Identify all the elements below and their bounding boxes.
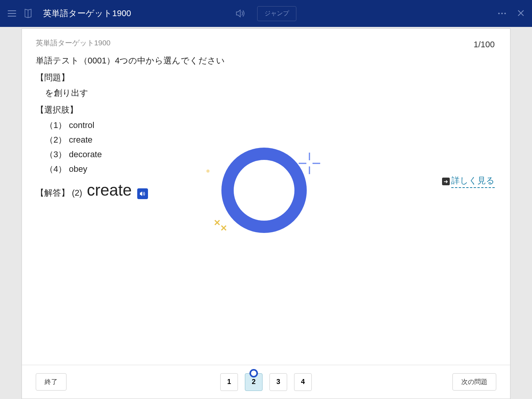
choice-item: （3） decorate: [45, 149, 496, 160]
hamburger-menu-icon[interactable]: [8, 10, 16, 17]
header-center: ジャンプ: [236, 6, 296, 21]
app-title: 英単語ターゲット1900: [43, 8, 131, 19]
question-label: 【問題】: [36, 72, 496, 83]
breadcrumb: 英単語ターゲット1900: [36, 38, 496, 48]
choices-label: 【選択肢】: [36, 104, 496, 116]
more-options-icon[interactable]: [498, 13, 506, 14]
answer-word: create: [87, 181, 132, 200]
choice-item: （4） obey: [45, 163, 496, 175]
question-text: を創り出す: [45, 87, 496, 99]
book-icon[interactable]: [24, 8, 32, 18]
detail-link[interactable]: 詳しく見る: [451, 175, 495, 188]
footer-bar: 終了 1234 次の問題: [22, 365, 510, 399]
instruction-text: 単語テスト（0001）4つの中から選んでください: [36, 55, 496, 66]
jump-button[interactable]: ジャンプ: [257, 6, 296, 21]
body-area: 英単語ターゲット1900 1/100 単語テスト（0001）4つの中から選んでく…: [0, 27, 532, 399]
close-icon[interactable]: [517, 8, 524, 19]
answer-number: (2): [72, 188, 82, 198]
header-left: 英単語ターゲット1900: [8, 8, 131, 19]
answer-choice-button-4[interactable]: 4: [294, 373, 312, 391]
header-right: [498, 8, 524, 19]
answer-button-group: 1234: [220, 373, 312, 391]
play-audio-button[interactable]: [137, 188, 148, 199]
progress-counter: 1/100: [474, 40, 495, 50]
next-question-button[interactable]: 次の問題: [452, 373, 496, 391]
content-scroll[interactable]: 英単語ターゲット1900 1/100 単語テスト（0001）4つの中から選んでく…: [22, 29, 510, 365]
answer-choice-button-3[interactable]: 3: [269, 373, 287, 391]
correct-marker-icon: [249, 369, 258, 377]
speaker-icon[interactable]: [236, 9, 246, 18]
arrow-right-icon: ➜: [442, 178, 450, 185]
exit-button[interactable]: 終了: [36, 373, 66, 391]
detail-link-wrap: ➜ 詳しく見る: [442, 175, 495, 188]
content-panel: 英単語ターゲット1900 1/100 単語テスト（0001）4つの中から選んでく…: [22, 28, 510, 399]
choice-item: （1） control: [45, 120, 496, 131]
answer-choice-button-2[interactable]: 2: [245, 373, 263, 391]
choice-item: （2） create: [45, 134, 496, 146]
answer-label: 【解答】: [36, 187, 70, 199]
answer-choice-button-1[interactable]: 1: [220, 373, 238, 391]
app-header: 英単語ターゲット1900 ジャンプ: [0, 0, 532, 27]
answer-row: 【解答】 (2) create: [36, 181, 496, 200]
